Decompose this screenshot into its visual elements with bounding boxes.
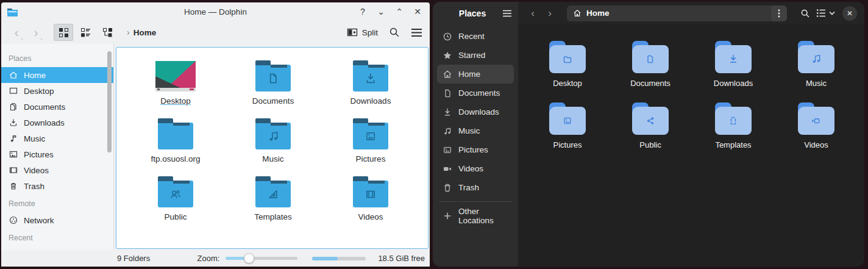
- back-button[interactable]: ‹: [525, 6, 540, 21]
- minimize-button[interactable]: ⌄: [375, 5, 387, 18]
- view-toggle-button[interactable]: [816, 9, 835, 18]
- back-button[interactable]: ‹⌄: [9, 26, 24, 40]
- zoom-slider-handle[interactable]: [244, 253, 254, 264]
- folder-item-templates[interactable]: Templates: [224, 173, 322, 221]
- split-button[interactable]: Split: [347, 27, 378, 37]
- folder-item-videos[interactable]: Videos: [322, 173, 419, 221]
- location-menu-button[interactable]: [771, 5, 787, 21]
- sidebar-item-videos[interactable]: Videos: [1, 162, 113, 178]
- folder-item-downloads[interactable]: Downloads: [692, 41, 775, 88]
- sidebar-item-documents[interactable]: Documents: [1, 99, 113, 115]
- maximize-button[interactable]: ⌃: [393, 5, 405, 18]
- zoom-slider[interactable]: [226, 257, 297, 260]
- nautilus-headerbar: ‹ › Home ✕: [518, 2, 864, 24]
- sidebar-item-music[interactable]: Music: [437, 121, 514, 140]
- sidebar-item-network[interactable]: Network: [1, 212, 113, 228]
- menu-icon[interactable]: [502, 10, 512, 17]
- back-dropdown-caret[interactable]: ⌄: [20, 35, 24, 41]
- sidebar-item-home[interactable]: Home: [1, 67, 113, 83]
- pictures-icon: [9, 149, 18, 159]
- sidebar-item-downloads[interactable]: Downloads: [437, 102, 514, 121]
- folder-label: Documents: [630, 79, 671, 88]
- folder-item-ftp[interactable]: ftp.osuosl.org: [127, 115, 224, 163]
- forward-dropdown-caret[interactable]: ⌄: [39, 35, 44, 41]
- tree-view-button[interactable]: [98, 24, 117, 41]
- folder-item-music[interactable]: Music: [224, 115, 322, 163]
- folder-label: Downloads: [350, 96, 391, 106]
- sidebar-item-music[interactable]: Music: [1, 131, 113, 146]
- music-icon: [9, 134, 18, 143]
- menu-icon[interactable]: [411, 28, 422, 37]
- sidebar-item-pictures[interactable]: Pictures: [1, 146, 113, 162]
- recent-section-header: Recent: [1, 228, 113, 246]
- folder-label: Desktop: [160, 96, 191, 106]
- folder-item-pictures[interactable]: Pictures: [526, 102, 609, 149]
- details-view-button[interactable]: [76, 24, 95, 41]
- sidebar-item-pictures[interactable]: Pictures: [437, 140, 514, 159]
- desktop-preview-thumbnail: [155, 61, 196, 91]
- sidebar-item-recent[interactable]: Recent: [437, 27, 514, 46]
- dolphin-folder-view[interactable]: Desktop Documents Downloads: [116, 47, 429, 249]
- network-icon: [9, 215, 18, 225]
- breadcrumb[interactable]: › Home: [127, 27, 156, 37]
- sidebar-item-other-locations[interactable]: Other Locations: [437, 206, 514, 225]
- path-bar[interactable]: Home: [567, 5, 787, 21]
- forward-button[interactable]: ›: [542, 6, 557, 21]
- folder-item-downloads[interactable]: Downloads: [322, 57, 419, 106]
- nautilus-sidebar-header: Places: [433, 2, 518, 24]
- search-icon[interactable]: [389, 27, 400, 38]
- sidebar-item-starred[interactable]: Starred: [437, 46, 514, 65]
- details-view-icon: [80, 27, 91, 37]
- nautilus-window: Places ‹ › Home: [433, 2, 864, 267]
- folder-label: ftp.osuosl.org: [151, 154, 200, 163]
- downloads-folder-icon: [353, 65, 388, 91]
- videos-folder-icon: [353, 181, 388, 207]
- folder-item-public[interactable]: Public: [609, 102, 692, 149]
- sidebar-item-documents[interactable]: Documents: [437, 84, 514, 102]
- chevron-down-icon[interactable]: [829, 11, 835, 15]
- dolphin-window: Home — Dolphin ? ⌄ ⌃ ✕ ‹⌄ ›⌄: [1, 2, 430, 267]
- folder-label: Videos: [804, 140, 828, 149]
- downloads-folder-icon: [715, 41, 752, 73]
- folder-item-desktop[interactable]: Desktop: [526, 41, 609, 88]
- dolphin-statusbar: 9 Folders Zoom: 18.5 GiB free: [1, 250, 430, 267]
- sidebar-scrollbar[interactable]: [107, 51, 112, 152]
- help-button[interactable]: ?: [357, 5, 369, 18]
- breadcrumb-home[interactable]: Home: [133, 28, 157, 37]
- icons-view-button[interactable]: [54, 24, 73, 41]
- documents-folder-icon: [255, 65, 291, 91]
- folder-label: Public: [639, 140, 661, 149]
- folder-item-templates[interactable]: Templates: [692, 102, 775, 149]
- folder-item-videos[interactable]: Videos: [775, 102, 858, 149]
- music-icon: [443, 126, 452, 136]
- folder-item-music[interactable]: Music: [775, 41, 858, 88]
- remote-section-header: Remote: [1, 194, 113, 212]
- close-button[interactable]: ✕: [411, 5, 424, 18]
- folder-item-pictures[interactable]: Pictures: [322, 115, 419, 163]
- close-button[interactable]: ✕: [842, 6, 857, 21]
- sidebar-item-downloads[interactable]: Downloads: [1, 115, 113, 131]
- search-button[interactable]: [797, 5, 814, 21]
- sidebar-item-trash[interactable]: Trash: [437, 178, 514, 197]
- places-section-header: Places: [1, 49, 113, 67]
- search-icon: [800, 9, 810, 18]
- folder-label: Music: [262, 154, 283, 163]
- folder-label: Templates: [254, 212, 292, 221]
- folder-item-documents[interactable]: Documents: [224, 57, 322, 106]
- forward-button[interactable]: ›⌄: [28, 26, 44, 40]
- dolphin-titlebar[interactable]: Home — Dolphin ? ⌄ ⌃ ✕: [1, 2, 430, 21]
- folder-item-public[interactable]: Public: [127, 173, 224, 221]
- document-icon: [443, 88, 452, 98]
- download-icon: [443, 107, 452, 117]
- tree-view-icon: [102, 27, 113, 37]
- sidebar-item-home[interactable]: Home: [437, 65, 514, 84]
- folder-item-desktop[interactable]: Desktop: [127, 57, 224, 106]
- folder-item-documents[interactable]: Documents: [609, 41, 692, 88]
- sidebar-divider: [439, 201, 512, 202]
- sidebar-item-desktop[interactable]: Desktop: [1, 83, 113, 99]
- sidebar-item-videos[interactable]: Videos: [437, 159, 514, 178]
- nautilus-sidebar: Recent Starred Home Documents Downloads: [433, 24, 518, 267]
- sidebar-item-trash[interactable]: Trash: [1, 178, 113, 194]
- folder-label: Public: [165, 212, 187, 221]
- nautilus-folder-view[interactable]: Desktop Documents Downloads: [518, 24, 864, 267]
